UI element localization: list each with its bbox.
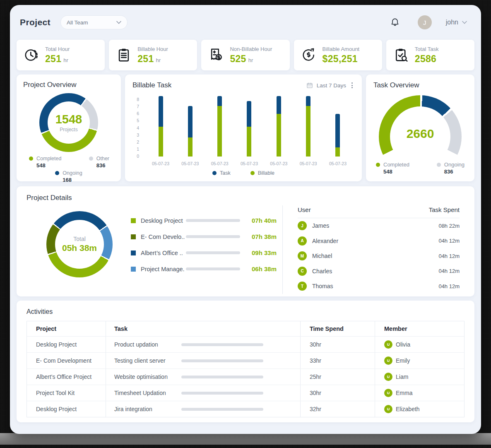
task-overview-legend: Completed 548 Ongoing 836 — [373, 161, 467, 175]
billable-task-title: Billable Task — [132, 81, 171, 89]
bar-billable-seg — [277, 114, 281, 157]
user-row: A Alexander 04h 12m — [298, 234, 460, 249]
detail-time: 06h 38m — [252, 265, 277, 272]
clock-icon — [23, 47, 40, 63]
cell-project: Albert’s Office Project — [27, 369, 106, 385]
detail-progress-bar — [186, 251, 240, 254]
kebab-menu-icon[interactable] — [350, 82, 354, 89]
detail-item[interactable]: E- Com Develo.. 07h 38m — [131, 233, 277, 240]
user-avatar-initial: J — [423, 19, 426, 26]
bar-billable-seg — [188, 137, 193, 157]
activities-title: Activities — [26, 308, 465, 316]
task-name: Product updation — [114, 341, 181, 348]
detail-time: 07h 38m — [252, 233, 277, 240]
detail-label: Albert’s Office .. — [141, 250, 186, 256]
bar-group: 05-07-23 — [238, 94, 261, 166]
legend-item-completed[interactable]: Completed 548 — [376, 161, 409, 175]
y-tick: 4 — [137, 125, 139, 130]
legend-item-completed[interactable]: Completed 548 — [29, 156, 61, 169]
member-name: Elizabeth — [396, 406, 420, 412]
legend-swatch — [131, 250, 136, 255]
cell-project: Desklog Project — [27, 401, 106, 417]
member-name: Liam — [396, 373, 408, 380]
project-overview-total-label: Projects — [60, 127, 77, 132]
legend-dot — [212, 171, 217, 175]
task-overview-total: 2660 — [377, 127, 464, 141]
legend-value: 836 — [437, 169, 465, 175]
stat-value: 251 — [45, 53, 61, 65]
task-name: Website optimisation — [114, 373, 181, 380]
user-name: Michael — [312, 253, 332, 259]
billable-task-legend: Task Billable — [132, 170, 354, 176]
cell-time-spend: 30hr — [300, 385, 375, 401]
x-tick: 05-07-23 — [270, 161, 287, 166]
bar-billable-seg — [247, 127, 251, 157]
user-avatar[interactable]: J — [418, 15, 432, 29]
legend-label: Billable — [258, 170, 274, 176]
task-progress-bar — [181, 392, 263, 395]
activities-card: Activities Project Task Time Spend Membe… — [17, 301, 474, 422]
project-details-legend: Desklog Project 07h 40m E- Com Develo.. … — [131, 217, 277, 272]
member-name: Emily — [396, 357, 410, 364]
detail-item[interactable]: Project Manage. 06h 38m — [131, 265, 277, 272]
column-header-project: Project — [27, 321, 106, 336]
donut-center: Total 05h 38m — [55, 220, 104, 269]
project-details-title: Project Details — [26, 194, 465, 202]
x-tick: 05-07-23 — [329, 161, 347, 166]
legend-item-billable[interactable]: Billable — [250, 170, 274, 176]
detail-item[interactable]: Desklog Project 07h 40m — [131, 217, 277, 224]
activities-table: Project Task Time Spend Member Desklog P… — [26, 321, 465, 417]
bar-task-seg — [277, 96, 281, 114]
stat-label: Total Hour — [45, 46, 70, 52]
stat-value: 251 — [137, 53, 154, 65]
stat-label: Total Task — [415, 46, 439, 52]
cell-task: Testing client server — [106, 353, 300, 369]
legend-swatch — [131, 218, 136, 223]
table-header-row: Project Task Time Spend Member — [27, 321, 464, 336]
details-total-value: 05h 38m — [62, 243, 97, 253]
cell-member: U Elizabeth — [375, 401, 464, 417]
project-overview-card: Project Overview 1548 Projects Completed… — [17, 75, 121, 181]
date-range-label[interactable]: Last 7 Days — [317, 82, 346, 89]
detail-progress-bar — [186, 235, 240, 238]
detail-item[interactable]: Albert’s Office .. 09h 33m — [131, 249, 277, 256]
stat-card-total-task: Total Task 2586 — [386, 40, 474, 70]
user-row: C Charles 04h 12m — [298, 264, 460, 279]
legend-item-other[interactable]: Other 836 — [89, 156, 109, 169]
x-tick: 05-07-23 — [152, 161, 169, 166]
legend-item-ongoing[interactable]: Ongoing 168 — [55, 170, 82, 183]
detail-label: E- Com Develo.. — [141, 234, 186, 240]
team-filter-value: All Team — [67, 19, 88, 26]
legend-item-task[interactable]: Task — [212, 170, 231, 176]
column-header-task: Task — [106, 321, 300, 336]
cell-time-spend: 30hr — [300, 337, 375, 352]
column-header-member: Member — [375, 321, 464, 336]
team-filter-select[interactable]: All Team — [60, 15, 128, 29]
user-row: T Thomas 04h 12m — [298, 279, 460, 294]
legend-dot — [437, 163, 441, 167]
y-axis: 8 7 6 5 4 3 2 1 0 — [132, 94, 142, 157]
screenshot-stage: Project All Team J john — [0, 0, 491, 448]
user-name: James — [312, 222, 329, 229]
legend-value: 548 — [376, 169, 409, 175]
column-header-time-spend: Time Spend — [300, 321, 375, 336]
avatar: U — [384, 356, 392, 365]
billable-task-card: Billable Task Last 7 Days — [125, 75, 362, 181]
bar-billable-seg — [306, 106, 310, 157]
avatar: J — [298, 221, 307, 230]
legend-value: 836 — [89, 162, 109, 169]
task-name: Testing client server — [114, 357, 181, 364]
cell-member: U Emma — [375, 385, 464, 401]
cell-time-spend: 33hr — [300, 353, 375, 369]
clipboard-icon — [116, 47, 132, 63]
cell-project: Project Tool Kit — [27, 385, 106, 401]
task-overview-title: Task Overview — [373, 81, 467, 89]
legend-item-ongoing[interactable]: Ongoing 836 — [437, 161, 465, 175]
details-total-label: Total — [73, 236, 86, 242]
notification-bell-icon[interactable] — [390, 17, 400, 28]
background-band — [0, 433, 491, 445]
user-menu[interactable]: john — [446, 19, 471, 26]
cell-time-spend: 25hr — [300, 369, 375, 385]
y-tick: 8 — [137, 97, 139, 102]
detail-label: Desklog Project — [141, 217, 186, 224]
